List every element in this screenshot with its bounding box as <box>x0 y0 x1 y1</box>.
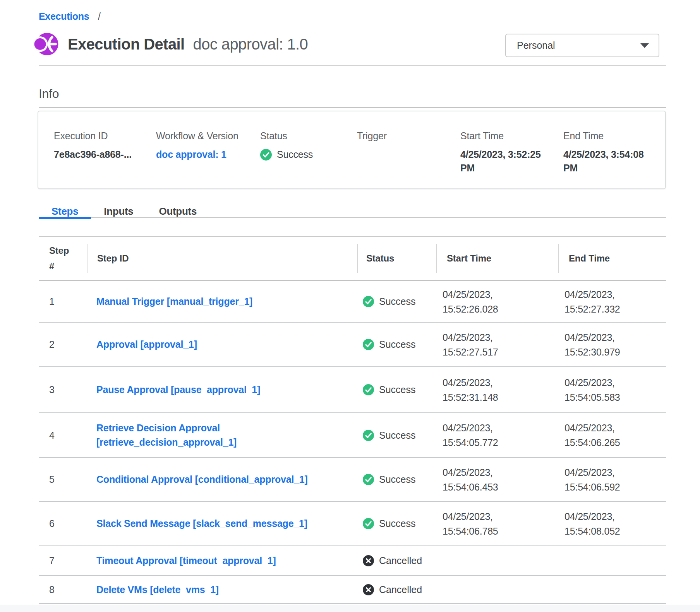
step-status: Cancelled <box>357 584 436 595</box>
step-number: 1 <box>39 296 87 307</box>
step-id-link[interactable]: Timeout Approval [timeout_approval_1] <box>87 554 357 568</box>
success-icon <box>363 296 374 307</box>
step-row-1: 1Manual Trigger [manual_trigger_1]Succes… <box>39 281 666 323</box>
step-status: Success <box>357 430 436 441</box>
scope-selector-value: Personal <box>517 40 555 51</box>
page-bottom-strip <box>0 605 700 612</box>
step-number: 5 <box>39 474 87 485</box>
step-status-text: Success <box>379 518 415 529</box>
step-status-text: Success <box>379 296 415 307</box>
step-end-time: 04/25/2023,15:54:06.265 <box>558 421 666 450</box>
info-field-value: 7e8ac396-a868-... <box>54 148 146 161</box>
success-icon <box>363 384 374 395</box>
page-subtitle: doc approval: 1.0 <box>193 36 308 53</box>
step-status: Cancelled <box>357 555 436 566</box>
step-id-link[interactable]: Slack Send Message [slack_send_message_1… <box>87 516 357 531</box>
step-row-4: 4Retrieve Decision Approval [retrieve_de… <box>39 413 666 458</box>
info-field-status: StatusSuccess <box>260 130 357 188</box>
execution-detail-page: Executions / Execution Detail doc approv… <box>0 0 700 612</box>
info-divider <box>39 107 666 108</box>
step-start-time: 04/25/2023,15:54:06.785 <box>436 509 558 538</box>
step-row-7: 7Timeout Approval [timeout_approval_1]Ca… <box>39 546 666 576</box>
scope-selector[interactable]: Personal <box>505 34 659 57</box>
step-id-link[interactable]: Approval [approval_1] <box>87 337 357 352</box>
info-section-heading: Info <box>39 87 59 101</box>
execution-status-value: Success <box>260 148 352 161</box>
step-status: Success <box>357 384 436 395</box>
step-status: Success <box>357 339 436 350</box>
step-id-link[interactable]: Delete VMs [delete_vms_1] <box>87 583 357 597</box>
info-field-label: Status <box>260 130 357 142</box>
column-header-end-time: End Time <box>558 244 666 273</box>
chevron-down-icon <box>640 43 649 48</box>
step-id-link[interactable]: Conditional Approval [conditional_approv… <box>87 472 357 487</box>
step-end-time: 04/25/2023,15:52:27.332 <box>558 287 666 316</box>
step-row-3: 3Pause Approval [pause_approval_1]Succes… <box>39 367 666 413</box>
success-icon <box>363 474 374 485</box>
tab-steps[interactable]: Steps <box>39 205 91 217</box>
step-number: 8 <box>39 584 87 595</box>
step-number: 2 <box>39 339 87 350</box>
info-field-value: 4/25/2023, 3:54:08 PM <box>563 148 655 175</box>
step-end-time: 04/25/2023,15:54:05.583 <box>558 375 666 405</box>
step-status-text: Success <box>379 430 415 441</box>
step-number: 7 <box>39 555 87 566</box>
workflow-version-link[interactable]: doc approval: 1 <box>156 148 248 161</box>
success-icon <box>260 149 272 161</box>
success-icon <box>363 430 374 441</box>
breadcrumb: Executions / <box>39 11 101 22</box>
column-header-start-time: Start Time <box>436 244 558 273</box>
page-title: Execution Detail <box>68 36 185 53</box>
step-start-time: 04/25/2023,15:54:06.453 <box>436 465 558 494</box>
title-divider <box>39 65 666 66</box>
step-row-8: 8Delete VMs [delete_vms_1]Cancelled <box>39 576 666 604</box>
column-header-step-id: Step ID <box>87 244 357 273</box>
steps-table: Step #Step IDStatusStart TimeEnd Time 1M… <box>39 236 666 604</box>
tab-bar: StepsInputsOutputs <box>39 205 666 218</box>
step-status-text: Success <box>379 474 415 485</box>
cancelled-icon <box>363 584 374 595</box>
step-end-time: 04/25/2023,15:52:30.979 <box>558 330 666 359</box>
info-field-label: Trigger <box>357 130 460 142</box>
breadcrumb-separator: / <box>98 11 101 22</box>
step-id-link[interactable]: Pause Approval [pause_approval_1] <box>87 383 357 397</box>
breadcrumb-executions[interactable]: Executions <box>39 11 89 22</box>
step-status: Success <box>357 474 436 485</box>
info-field-execution-id: Execution ID7e8ac396-a868-... <box>54 130 156 188</box>
step-number: 6 <box>39 518 87 529</box>
step-status: Success <box>357 296 436 307</box>
step-id-link[interactable]: Manual Trigger [manual_trigger_1] <box>87 294 357 309</box>
step-status: Success <box>357 518 436 529</box>
column-header-step-: Step # <box>39 244 87 273</box>
step-end-time: 04/25/2023,15:54:08.052 <box>558 509 666 538</box>
info-field-workflow-version: Workflow & Versiondoc approval: 1 <box>156 130 260 188</box>
workflow-icon <box>34 32 58 56</box>
execution-status-text: Success <box>277 148 313 161</box>
step-status-text: Success <box>379 384 415 395</box>
execution-info-card: Execution ID7e8ac396-a868-...Workflow & … <box>38 111 666 189</box>
step-number: 4 <box>39 430 87 441</box>
success-icon <box>363 518 374 529</box>
step-start-time: 04/25/2023,15:54:05.772 <box>436 421 558 450</box>
step-status-text: Cancelled <box>379 555 422 566</box>
info-field-trigger: Trigger <box>357 130 460 188</box>
step-start-time: 04/25/2023,15:52:31.148 <box>436 375 558 405</box>
success-icon <box>363 339 374 350</box>
step-id-link[interactable]: Retrieve Decision Approval [retrieve_dec… <box>87 421 357 450</box>
tab-outputs[interactable]: Outputs <box>146 205 210 217</box>
step-status-text: Success <box>379 339 415 350</box>
cancelled-icon <box>363 555 374 566</box>
step-row-5: 5Conditional Approval [conditional_appro… <box>39 458 666 502</box>
info-field-start-time: Start Time4/25/2023, 3:52:25 PM <box>460 130 563 188</box>
step-status-text: Cancelled <box>379 584 422 595</box>
column-header-status: Status <box>357 244 436 273</box>
title-row: Execution Detail doc approval: 1.0 <box>34 32 308 56</box>
info-field-label: Workflow & Version <box>156 130 260 142</box>
step-start-time: 04/25/2023,15:52:26.028 <box>436 287 558 316</box>
step-row-2: 2Approval [approval_1]Success04/25/2023,… <box>39 323 666 367</box>
step-start-time: 04/25/2023,15:52:27.517 <box>436 330 558 359</box>
info-field-label: Start Time <box>460 130 563 142</box>
tab-inputs[interactable]: Inputs <box>91 205 146 217</box>
step-row-6: 6Slack Send Message [slack_send_message_… <box>39 502 666 546</box>
info-field-end-time: End Time4/25/2023, 3:54:08 PM <box>563 130 656 188</box>
